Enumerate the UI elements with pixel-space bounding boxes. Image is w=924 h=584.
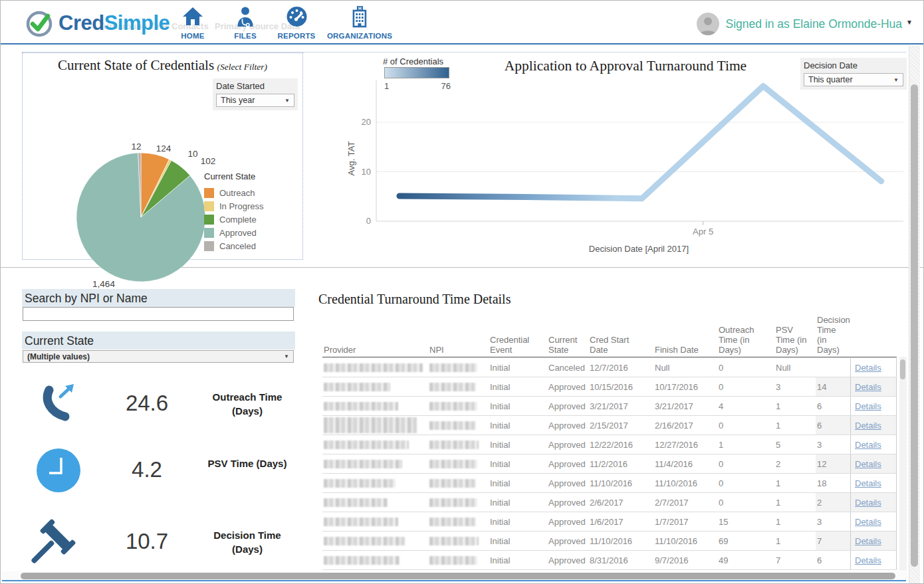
table-row: InitialApproved12/22/201612/27/2016153De…: [322, 435, 897, 454]
provider-cell: [322, 416, 428, 435]
cred-start-date-cell: 11/2/2016: [588, 454, 653, 473]
details-cell: Details: [850, 397, 897, 415]
redacted-npi: [429, 402, 477, 411]
legend-swatch: [204, 215, 214, 225]
table-scrollbar-thumb[interactable]: [900, 359, 905, 379]
current-state-cell: Approved: [547, 474, 588, 492]
signed-in-label: Signed in as Elaine Ormonde-Hua: [726, 17, 903, 31]
date-started-filter: Date Started This year ▼: [213, 78, 298, 110]
details-cell: Details: [850, 435, 897, 454]
decision-time-cell: 14: [816, 377, 850, 396]
details-link[interactable]: Details: [855, 440, 881, 450]
current-state-cell: Approved: [547, 551, 588, 569]
table-row: InitialApproved10/15/201610/17/20160314D…: [322, 377, 897, 397]
brand-cred: Cred: [58, 11, 104, 35]
cred-start-date-cell: 11/10/2016: [588, 474, 653, 492]
chevron-down-icon: ▼: [906, 19, 913, 26]
current-state-label: Current State: [22, 332, 295, 350]
current-state-select[interactable]: (Multiple values) ▼: [23, 350, 294, 363]
outreach-time-cell: 4: [717, 397, 774, 415]
redacted-npi: [429, 440, 479, 449]
legend-item-outreach[interactable]: Outreach: [204, 186, 263, 199]
credential-event-cell: Initial: [489, 474, 547, 492]
details-cell: Details: [850, 416, 897, 435]
current-state-panel: Current State of Credentials (Select Fil…: [22, 52, 303, 260]
details-link[interactable]: Details: [855, 459, 881, 469]
filter-label: Date Started: [216, 81, 294, 91]
outreach-time-cell: 0: [717, 454, 774, 473]
nav-files[interactable]: FILES: [233, 5, 257, 40]
details-link[interactable]: Details: [855, 498, 881, 508]
horizontal-scrollbar-thumb[interactable]: [21, 573, 895, 579]
current-state-cell: Approved: [547, 454, 588, 473]
legend-item-approved[interactable]: Approved: [204, 226, 263, 239]
top-nav: Turnaround Time Contacts Primary Source …: [1, 1, 923, 45]
details-link[interactable]: Details: [855, 536, 881, 546]
cred-start-date-cell: 3/21/2017: [588, 397, 653, 415]
cred-start-date-cell: 8/31/2016: [588, 551, 653, 569]
avg-tat-line[interactable]: [400, 86, 881, 199]
decision-time-cell: 6: [816, 397, 850, 415]
credential-event-cell: Initial: [489, 493, 547, 512]
provider-cell: [322, 397, 428, 415]
search-label: Search by NPI or Name: [22, 289, 295, 308]
chevron-down-icon: ▼: [284, 353, 289, 359]
psv-time-cell: 1: [774, 512, 816, 531]
y-tick-label: 0: [366, 216, 371, 226]
redacted-provider: [324, 556, 400, 565]
table-row: InitialApproved2/15/20172/16/2017016Deta…: [322, 416, 897, 435]
redacted-npi: [429, 363, 477, 372]
finish-date-cell: Null: [653, 358, 717, 377]
details-link[interactable]: Details: [855, 382, 881, 392]
account-menu[interactable]: Signed in as Elaine Ormonde-Hua ▼: [697, 13, 913, 35]
cred-start-date-cell: 11/10/2016: [588, 532, 653, 550]
phone-outgoing-icon: [36, 379, 82, 426]
redacted-npi: [429, 421, 476, 430]
credential-event-cell: Initial: [489, 358, 547, 377]
nav-home[interactable]: HOME: [181, 5, 205, 40]
outreach-time-cell: 0: [717, 474, 774, 492]
legend-item-in-progress[interactable]: In Progress: [204, 199, 263, 213]
credsimple-logo[interactable]: CredSimple: [24, 8, 170, 39]
details-link[interactable]: Details: [855, 421, 881, 431]
search-input[interactable]: [23, 307, 294, 321]
npi-cell: [428, 512, 489, 531]
npi-cell: [428, 493, 489, 512]
pie-value-label: 10: [187, 149, 197, 159]
redacted-npi: [429, 383, 476, 391]
redacted-provider: [324, 440, 409, 449]
details-link[interactable]: Details: [855, 363, 881, 373]
legend-item-complete[interactable]: Complete: [204, 213, 263, 226]
outreach-time-cell: 15: [717, 512, 774, 531]
table-row: InitialApproved3/21/20173/21/2017416Deta…: [322, 397, 897, 416]
table-row: InitialApproved1/6/20171/7/20171513Detai…: [322, 512, 897, 532]
nav-reports[interactable]: REPORTS: [278, 5, 316, 40]
details-link[interactable]: Details: [855, 517, 881, 527]
col-psv-time: PSV Time (in Days): [774, 325, 816, 357]
outreach-time-cell: 0: [717, 416, 774, 435]
cred-start-date-cell: 10/15/2016: [588, 377, 653, 396]
psv-time-cell: Null: [774, 358, 816, 377]
redacted-provider: [324, 498, 388, 507]
current-state-cell: Approved: [547, 416, 588, 435]
npi-cell: [428, 377, 489, 396]
psv-time-cell: 5: [774, 435, 816, 454]
details-link[interactable]: Details: [855, 401, 881, 411]
legend-item-canceled[interactable]: Canceled: [204, 239, 263, 252]
cred-start-date-cell: 2/6/2017: [588, 493, 653, 512]
current-state-cell: Approved: [547, 532, 588, 550]
date-started-select[interactable]: This year ▼: [216, 94, 294, 107]
nav-organizations[interactable]: H ORGANIZATIONS: [327, 5, 392, 40]
npi-cell: [428, 551, 489, 569]
current-state-cell: Approved: [547, 397, 588, 415]
details-link[interactable]: Details: [855, 555, 881, 565]
npi-cell: [428, 397, 489, 415]
pie-value-label: 12: [131, 142, 141, 151]
current-state-header: Current State: [22, 332, 295, 349]
legend-swatch: [204, 188, 214, 198]
table-row: InitialApproved8/31/20169/7/20164976Deta…: [322, 551, 897, 570]
details-link[interactable]: Details: [855, 478, 881, 488]
finish-date-cell: 2/16/2017: [653, 416, 717, 435]
provider-cell: [322, 493, 428, 512]
page-scrollbar-thumb[interactable]: [911, 84, 918, 567]
